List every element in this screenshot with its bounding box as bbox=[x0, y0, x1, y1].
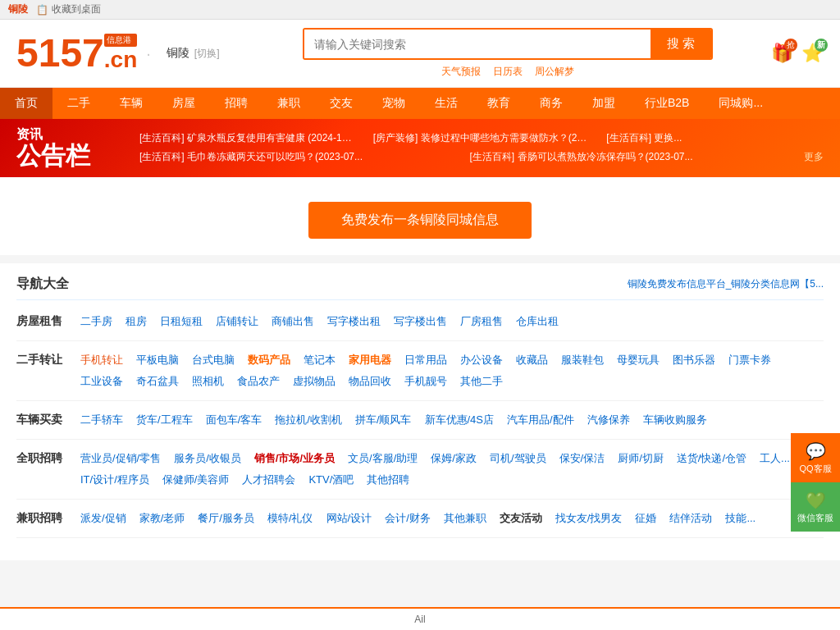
nav-item-franchise[interactable]: 加盟 bbox=[578, 88, 630, 119]
nav-link-webdesign[interactable]: 网站/设计 bbox=[320, 509, 379, 527]
nav-link-appliances[interactable]: 家用电器 bbox=[342, 351, 398, 369]
nav-link-beauty[interactable]: 保健师/美容师 bbox=[156, 471, 236, 489]
nav-link-virtual[interactable]: 虚拟物品 bbox=[286, 372, 342, 390]
nav-link-clothes[interactable]: 服装鞋包 bbox=[555, 351, 610, 369]
nav-link-baby[interactable]: 母婴玩具 bbox=[610, 351, 666, 369]
banner-news-item-2[interactable]: [生活百科] 更换... bbox=[606, 131, 824, 145]
search-link-weather[interactable]: 天气预报 bbox=[441, 65, 481, 79]
nav-link-ktv[interactable]: KTV/酒吧 bbox=[302, 471, 360, 489]
nav-link-otherparttime[interactable]: 其他兼职 bbox=[437, 509, 493, 527]
nav-link-office-sell[interactable]: 写字楼出售 bbox=[387, 313, 454, 331]
cta-button[interactable]: 免费发布一条铜陵同城信息 bbox=[308, 202, 532, 239]
nav-link-warehouse-rent[interactable]: 仓库出租 bbox=[509, 313, 565, 331]
nav-link-food[interactable]: 食品农产 bbox=[231, 372, 286, 390]
nav-link-worker[interactable]: 工人... bbox=[753, 450, 797, 468]
nav-link-model[interactable]: 模特/礼仪 bbox=[261, 509, 320, 527]
banner-news-item-1[interactable]: [房产装修] 装修过程中哪些地方需要做防水？(202... bbox=[373, 131, 591, 145]
nav-link-it[interactable]: IT/设计/程序员 bbox=[74, 471, 156, 489]
nav-link-used-car[interactable]: 二手轿车 bbox=[74, 411, 130, 429]
nav-link-rental[interactable]: 租房 bbox=[119, 313, 153, 331]
nav-link-promo[interactable]: 派发/促销 bbox=[74, 509, 133, 527]
nav-link-car-purchase[interactable]: 车辆收购服务 bbox=[637, 411, 714, 429]
banner-news-item-4[interactable]: [生活百科] 香肠可以煮熟放冷冻保存吗？(2023-07... bbox=[470, 150, 784, 164]
nav-link-chef[interactable]: 厨师/切厨 bbox=[611, 450, 670, 468]
nav-link-truck[interactable]: 货车/工程车 bbox=[130, 411, 199, 429]
nav-item-business[interactable]: 商务 bbox=[525, 88, 578, 119]
nav-link-service[interactable]: 服务员/收银员 bbox=[167, 450, 248, 468]
nav-link-office-rent[interactable]: 写字楼出租 bbox=[321, 313, 387, 331]
nav-item-parttime[interactable]: 兼职 bbox=[262, 88, 315, 119]
nav-link-delivery[interactable]: 送货/快递/仓管 bbox=[670, 450, 753, 468]
nav-item-life[interactable]: 生活 bbox=[420, 88, 472, 119]
nav-link-secondhand-house[interactable]: 二手房 bbox=[74, 313, 119, 331]
nav-link-findfriend[interactable]: 找女友/找男友 bbox=[549, 509, 629, 527]
search-link-dream[interactable]: 周公解梦 bbox=[535, 65, 574, 79]
wechat-customer-service-btn[interactable]: 💚 微信客服 bbox=[791, 482, 840, 532]
nav-item-pets[interactable]: 宠物 bbox=[368, 88, 420, 119]
nav-link-jobfair[interactable]: 人才招聘会 bbox=[235, 471, 302, 489]
search-input[interactable] bbox=[304, 30, 651, 58]
nav-link-salesrep[interactable]: 销售/市场/业务员 bbox=[248, 450, 341, 468]
nav-link-desktop[interactable]: 台式电脑 bbox=[185, 351, 241, 369]
nav-item-housing[interactable]: 房屋 bbox=[158, 88, 210, 119]
search-link-calendar[interactable]: 日历表 bbox=[493, 65, 523, 79]
nav-link-digital[interactable]: 数码产品 bbox=[241, 351, 297, 369]
nav-item-b2b[interactable]: 行业B2B bbox=[630, 88, 704, 119]
nav-link-skills[interactable]: 技能... bbox=[719, 509, 762, 527]
nav-item-home[interactable]: 首页 bbox=[0, 88, 52, 119]
nav-link-shop-sell[interactable]: 商铺出售 bbox=[265, 313, 321, 331]
nav-link-driver[interactable]: 司机/驾驶员 bbox=[483, 450, 553, 468]
nav-link-activity[interactable]: 结伴活动 bbox=[663, 509, 719, 527]
nav-item-friends[interactable]: 交友 bbox=[315, 88, 368, 119]
banner-news-item-0[interactable]: [生活百科] 矿泉水瓶反复使用有害健康 (2024-11-17) bbox=[139, 131, 357, 145]
logo-switch[interactable]: [切换] bbox=[194, 47, 220, 61]
nav-link-otherjobs[interactable]: 其他招聘 bbox=[360, 471, 416, 489]
header: 5157 信息港 .cn · 铜陵 [切换] 搜 索 天气预报 日历表 周公解梦… bbox=[0, 20, 840, 88]
nav-link-shortterm[interactable]: 日租短租 bbox=[153, 313, 209, 331]
banner-news-item-3[interactable]: [生活百科] 毛巾卷冻藏两天还可以吃吗？(2023-07... bbox=[139, 150, 454, 164]
nav-link-tutor[interactable]: 家教/老师 bbox=[133, 509, 192, 527]
bookmark-icon: 📋 bbox=[36, 4, 48, 16]
nav-link-shop-transfer[interactable]: 店铺转让 bbox=[209, 313, 265, 331]
nav-link-books[interactable]: 图书乐器 bbox=[666, 351, 722, 369]
bookmark-btn[interactable]: 📋 收藏到桌面 bbox=[36, 2, 101, 16]
nav-link-sales1[interactable]: 营业员/促销/零售 bbox=[74, 450, 167, 468]
nav-link-accounting[interactable]: 会计/财务 bbox=[378, 509, 437, 527]
nav-link-security[interactable]: 保安/保洁 bbox=[553, 450, 612, 468]
nav-link-tablet[interactable]: 平板电脑 bbox=[130, 351, 185, 369]
nav-item-secondhand[interactable]: 二手 bbox=[52, 88, 105, 119]
nav-link-stones[interactable]: 奇石盆具 bbox=[130, 372, 185, 390]
nav-item-vehicles[interactable]: 车辆 bbox=[105, 88, 158, 119]
nav-link-phone-number[interactable]: 手机靓号 bbox=[398, 372, 454, 390]
nav-link-restaurant[interactable]: 餐厅/服务员 bbox=[191, 509, 261, 527]
search-button[interactable]: 搜 索 bbox=[651, 30, 711, 58]
nav-link-office-eq[interactable]: 办公设备 bbox=[454, 351, 509, 369]
qq-customer-service-btn[interactable]: 💬 QQ客服 bbox=[791, 433, 840, 482]
nav-link-collectibles[interactable]: 收藏品 bbox=[509, 351, 555, 369]
nav-link-housekeeping[interactable]: 保姆/家政 bbox=[424, 450, 483, 468]
nav-link-factory-rent[interactable]: 厂房租售 bbox=[454, 313, 509, 331]
nav-link-recycle[interactable]: 物品回收 bbox=[342, 372, 398, 390]
nav-link-car-parts[interactable]: 汽车用品/配件 bbox=[500, 411, 581, 429]
nav-link-industrial[interactable]: 工业设备 bbox=[74, 372, 130, 390]
nav-link-phone[interactable]: 手机转让 bbox=[74, 351, 130, 369]
nav-link-van[interactable]: 面包车/客车 bbox=[199, 411, 269, 429]
header-right: 🎁 抢 ⭐ 新 bbox=[771, 43, 824, 64]
nav-item-jobs[interactable]: 招聘 bbox=[210, 88, 262, 119]
nav-link-tickets[interactable]: 门票卡券 bbox=[722, 351, 778, 369]
nav-row-links-fulltime: 营业员/促销/零售 服务员/收银员 销售/市场/业务员 文员/客服/助理 保姆/… bbox=[74, 450, 824, 489]
nav-link-daily[interactable]: 日常用品 bbox=[398, 351, 454, 369]
nav-item-education[interactable]: 教育 bbox=[472, 88, 525, 119]
nav-link-marriage[interactable]: 征婚 bbox=[628, 509, 663, 527]
nav-link-tractor[interactable]: 拖拉机/收割机 bbox=[268, 411, 349, 429]
nav-item-local[interactable]: 同城购... bbox=[704, 88, 778, 119]
nav-link-other-secondhand[interactable]: 其他二手 bbox=[454, 372, 509, 390]
nav-link-laptop[interactable]: 笔记本 bbox=[297, 351, 342, 369]
nav-link-car-repair[interactable]: 汽修保养 bbox=[581, 411, 637, 429]
nav-link-camera[interactable]: 照相机 bbox=[185, 372, 231, 390]
nav-link-carpool[interactable]: 拼车/顺风车 bbox=[349, 411, 418, 429]
logo-number: 5157 bbox=[16, 34, 104, 73]
nav-link-clerk[interactable]: 文员/客服/助理 bbox=[341, 450, 424, 468]
banner-more-btn[interactable]: 更多 bbox=[804, 150, 824, 164]
nav-link-newcar[interactable]: 新车优惠/4S店 bbox=[418, 411, 501, 429]
